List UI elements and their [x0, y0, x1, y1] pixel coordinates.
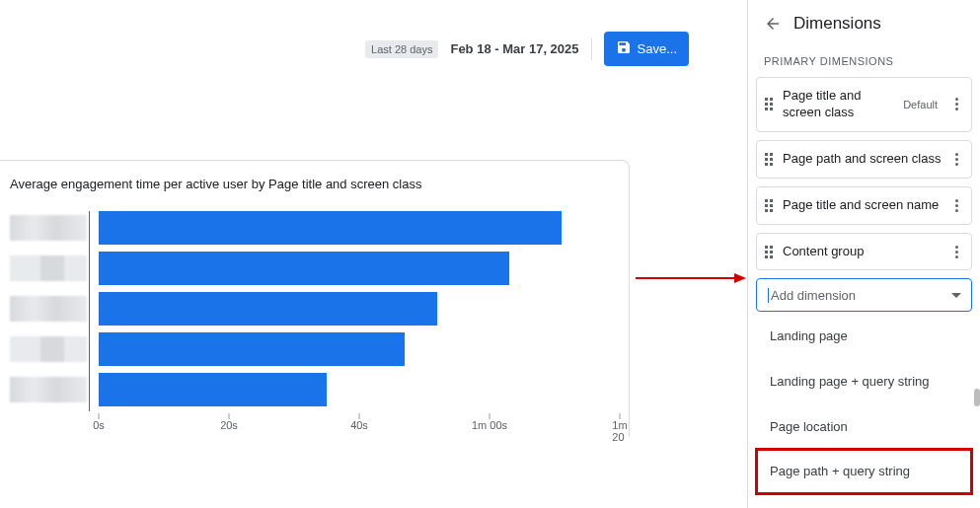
bar[interactable] [99, 252, 509, 285]
drag-handle-icon[interactable] [765, 98, 775, 110]
chart-row [10, 332, 619, 366]
add-dimension-placeholder: Add dimension [771, 288, 856, 303]
row-label-redacted [10, 377, 87, 402]
bar[interactable] [99, 373, 327, 406]
dimension-name: Content group [783, 244, 942, 260]
chart-row [10, 252, 619, 285]
chart-row [10, 373, 619, 406]
row-label-redacted [10, 296, 87, 322]
bar[interactable] [99, 332, 405, 366]
chart-row [10, 292, 619, 326]
bar[interactable] [99, 292, 437, 326]
period-badge: Last 28 days [365, 40, 438, 58]
default-label: Default [903, 99, 938, 110]
row-label-redacted [10, 215, 87, 241]
dropdown-option[interactable]: Page path + query string and screen clas… [756, 494, 972, 508]
x-tick: 1m 00s [472, 419, 507, 431]
divider [591, 38, 592, 60]
dropdown-option[interactable]: Landing page [756, 314, 972, 359]
y-axis-line [89, 211, 90, 411]
more-icon[interactable] [949, 246, 963, 258]
section-label: PRIMARY DIMENSIONS [748, 51, 980, 77]
dimensions-panel: Dimensions PRIMARY DIMENSIONS Page title… [747, 0, 980, 508]
save-button[interactable]: Save... [604, 32, 689, 66]
drag-handle-icon[interactable] [765, 199, 775, 212]
row-label-redacted [10, 255, 87, 281]
main-area: Last 28 days Feb 18 - Mar 17, 2025 Save.… [0, 0, 732, 508]
more-icon[interactable] [949, 199, 963, 212]
dropdown-option[interactable]: Page location [756, 404, 972, 450]
chart-card: Average engagement time per active user … [0, 160, 630, 437]
dimension-name: Page title and screen class [783, 88, 895, 121]
more-icon[interactable] [949, 153, 963, 166]
dimension-card[interactable]: Page title and screen name [756, 186, 972, 225]
text-cursor-icon [768, 288, 769, 303]
dimension-card[interactable]: Content group [756, 233, 972, 271]
topbar: Last 28 days Feb 18 - Mar 17, 2025 Save.… [365, 32, 689, 66]
add-dimension-input[interactable]: Add dimension [756, 278, 972, 312]
dimension-name: Page title and screen name [783, 197, 942, 214]
save-label: Save... [638, 41, 677, 56]
chart-area: 0s 20s 40s 1m 00s 1m 20 [0, 211, 629, 437]
date-range[interactable]: Feb 18 - Mar 17, 2025 [450, 41, 578, 56]
chart-row [10, 211, 619, 245]
x-tick: 40s [350, 419, 368, 431]
scrollbar-thumb[interactable] [974, 389, 980, 406]
dropdown-option[interactable]: Page path + query string [756, 449, 972, 494]
panel-header: Dimensions [748, 0, 980, 51]
dropdown-option[interactable]: Landing page + query string [756, 359, 972, 404]
chevron-down-icon[interactable] [951, 293, 961, 298]
more-icon[interactable] [949, 98, 963, 110]
back-arrow-icon[interactable] [764, 15, 782, 33]
drag-handle-icon[interactable] [765, 153, 775, 166]
x-tick: 0s [93, 419, 105, 431]
row-label-redacted [10, 336, 87, 362]
dimension-card[interactable]: Page path and screen class [756, 140, 972, 179]
dimension-name: Page path and screen class [783, 151, 942, 168]
panel-title: Dimensions [793, 14, 881, 34]
save-icon [616, 39, 632, 58]
bar[interactable] [99, 211, 562, 245]
add-dimension-dropdown: Landing page Landing page + query string… [756, 314, 972, 508]
svg-marker-1 [734, 273, 746, 283]
chart-title: Average engagement time per active user … [0, 161, 629, 211]
x-axis: 0s 20s 40s 1m 00s 1m 20 [10, 413, 619, 437]
x-tick: 20s [220, 419, 238, 431]
drag-handle-icon[interactable] [765, 246, 775, 258]
dimension-card[interactable]: Page title and screen class Default [756, 77, 972, 132]
x-tick: 1m 20 [612, 419, 627, 443]
